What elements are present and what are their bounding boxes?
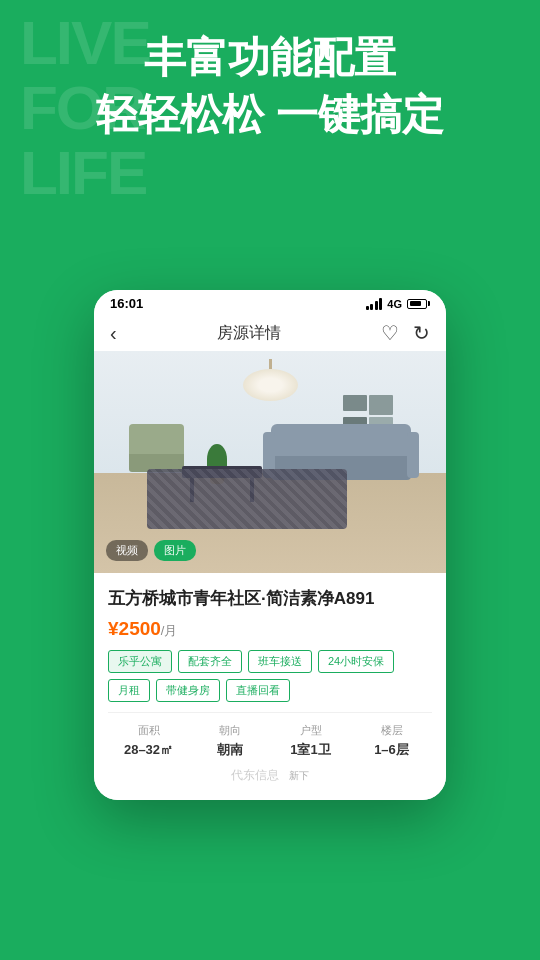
status-icons: 4G	[366, 298, 430, 310]
network-label: 4G	[387, 298, 402, 310]
spec-orientation: 朝向 朝南	[189, 723, 270, 759]
nav-actions: ♡ ↻	[381, 321, 430, 345]
spec-area-label: 面积	[108, 723, 189, 738]
tag-monthly[interactable]: 月租	[108, 679, 150, 702]
spec-floor-value: 1–6层	[351, 741, 432, 759]
property-info: 五方桥城市青年社区·简洁素净A891 ¥2500/月 乐乎公寓 配套齐全 班车接…	[94, 573, 446, 800]
property-title: 五方桥城市青年社区·简洁素净A891	[108, 587, 432, 610]
rug	[147, 469, 347, 529]
tag-playback[interactable]: 直播回看	[226, 679, 290, 702]
headline-line2: 轻轻松松 一键搞定	[96, 91, 444, 138]
status-time: 16:01	[110, 296, 143, 311]
share-button[interactable]: ↻	[413, 321, 430, 345]
spec-layout: 户型 1室1卫	[270, 723, 351, 759]
signal-icon	[366, 298, 383, 310]
headline-section: 丰富功能配置 轻轻松松 一键搞定	[0, 0, 540, 143]
tag-shuttle[interactable]: 班车接送	[248, 650, 312, 673]
nav-bar: ‹ 房源详情 ♡ ↻	[94, 315, 446, 351]
photo-toggle[interactable]: 图片	[154, 540, 196, 561]
spec-layout-label: 户型	[270, 723, 351, 738]
more-hint: 代东信息 新下	[108, 767, 432, 790]
headline-line1: 丰富功能配置	[144, 34, 396, 81]
spec-orientation-label: 朝向	[189, 723, 270, 738]
video-toggle[interactable]: 视频	[106, 540, 148, 561]
spec-area: 面积 28–32㎡	[108, 723, 189, 759]
spec-floor: 楼层 1–6层	[351, 723, 432, 759]
nav-title: 房源详情	[217, 323, 281, 344]
status-bar: 16:01 4G	[94, 290, 446, 315]
tags-container: 乐乎公寓 配套齐全 班车接送 24小时安保 月租 带健身房 直播回看	[108, 650, 432, 702]
property-price: ¥2500/月	[108, 618, 432, 640]
chandelier	[240, 359, 300, 399]
spec-orientation-value: 朝南	[189, 741, 270, 759]
back-button[interactable]: ‹	[110, 322, 117, 345]
app-background: LIVE FOR LIFE 丰富功能配置 轻轻松松 一键搞定 16:01 4G	[0, 0, 540, 960]
tag-security[interactable]: 24小时安保	[318, 650, 394, 673]
spec-layout-value: 1室1卫	[270, 741, 351, 759]
phone-mockup: 16:01 4G ‹ 房源详情	[94, 290, 446, 800]
property-image[interactable]: 视频 图片	[94, 351, 446, 573]
media-toggle: 视频 图片	[106, 540, 196, 561]
battery-icon	[407, 299, 430, 309]
spec-floor-label: 楼层	[351, 723, 432, 738]
spec-area-value: 28–32㎡	[108, 741, 189, 759]
specs-grid: 面积 28–32㎡ 朝向 朝南 户型 1室1卫 楼层 1–6层	[108, 712, 432, 759]
tag-facilities[interactable]: 配套齐全	[178, 650, 242, 673]
price-value: ¥2500	[108, 618, 161, 639]
tag-gym[interactable]: 带健身房	[156, 679, 220, 702]
price-unit: /月	[161, 623, 178, 638]
like-button[interactable]: ♡	[381, 321, 399, 345]
tag-apartment[interactable]: 乐乎公寓	[108, 650, 172, 673]
